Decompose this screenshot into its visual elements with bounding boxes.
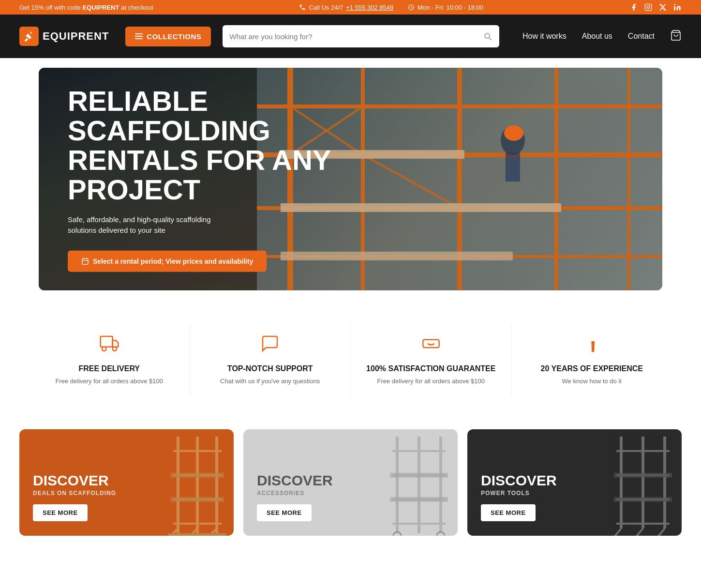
support-icon (200, 334, 341, 358)
card-power-tools: DISCOVER POWER TOOLS SEE MORE (467, 429, 682, 536)
nav-contact[interactable]: Contact (628, 32, 655, 41)
hammer-icon (24, 31, 34, 42)
feature-delivery: FREE DELIVERY Free delivery for all orde… (29, 324, 190, 395)
top-bar: Get 15% off with code EQUIPRENT at check… (0, 0, 701, 15)
scaffold-svg-2 (388, 432, 450, 536)
card-scaffold-image-2 (388, 432, 450, 533)
feature-support-title: TOP-NOTCH SUPPORT (200, 364, 341, 373)
features-section: FREE DELIVERY Free delivery for all orde… (0, 300, 701, 420)
card-3-cta[interactable]: SEE MORE (481, 504, 536, 521)
svg-rect-0 (645, 4, 651, 10)
phone-info: Call Us 24/7 +1 555 302 8549 (299, 4, 393, 11)
feature-guarantee-desc: Free delivery for all orders above $100 (360, 377, 502, 386)
linkedin-icon[interactable] (673, 3, 682, 12)
svg-point-30 (102, 347, 106, 351)
promo-text: Get 15% off with code EQUIPRENT at check… (19, 4, 153, 11)
search-input[interactable] (229, 32, 483, 41)
logo[interactable]: EQUIPRENT (19, 27, 109, 46)
card-2-cta[interactable]: SEE MORE (257, 504, 312, 521)
svg-rect-40 (171, 473, 224, 478)
feature-experience-title: 20 YEARS OF EXPERIENCE (522, 364, 663, 373)
feature-guarantee: 100% SATISFACTION GUARANTEE Free deliver… (351, 324, 512, 395)
menu-icon (135, 33, 143, 39)
clock-icon (408, 4, 415, 11)
hero-section: RELIABLE SCAFFOLDING RENTALS FOR ANY PRO… (39, 68, 662, 290)
cart-button[interactable] (670, 30, 682, 43)
card-1-cta[interactable]: SEE MORE (33, 504, 88, 521)
hero-wrapper: RELIABLE SCAFFOLDING RENTALS FOR ANY PRO… (0, 58, 701, 300)
card-scaffolding: DISCOVER DEALS ON SCAFFOLDING SEE MORE (19, 429, 234, 536)
phone-link[interactable]: +1 555 302 8549 (346, 4, 393, 11)
hero-subtitle: Safe, affordable, and high-quality scaff… (68, 214, 213, 236)
hours-info: Mon - Fri: 10:00 - 18:00 (408, 4, 483, 11)
svg-rect-25 (82, 258, 88, 264)
nav-how-it-works[interactable]: How it works (522, 32, 567, 41)
svg-rect-65 (614, 497, 672, 502)
svg-point-3 (674, 4, 675, 5)
card-scaffold-image-1 (168, 432, 226, 533)
svg-point-2 (650, 5, 650, 6)
nav-about-us[interactable]: About us (582, 32, 612, 41)
svg-rect-29 (100, 336, 112, 347)
cards-section: DISCOVER DEALS ON SCAFFOLDING SEE MORE D… (0, 420, 701, 555)
svg-point-55 (393, 532, 401, 536)
social-links (629, 3, 682, 12)
svg-text:!: ! (589, 336, 597, 353)
feature-experience: ! 20 YEARS OF EXPERIENCE We know how to … (512, 324, 672, 395)
instagram-icon[interactable] (644, 3, 653, 12)
feature-delivery-title: FREE DELIVERY (39, 364, 180, 373)
svg-rect-64 (614, 473, 672, 478)
card-accessories: DISCOVER ACCESSORIES SEE MORE (243, 429, 458, 536)
x-twitter-icon[interactable] (658, 3, 667, 12)
scaffold-svg-1 (168, 432, 226, 536)
search-icon (483, 31, 492, 41)
svg-line-67 (636, 528, 643, 536)
collections-button[interactable]: COLLECTIONS (125, 27, 211, 46)
guarantee-icon (360, 334, 502, 358)
svg-rect-45 (168, 533, 226, 536)
svg-rect-41 (171, 497, 224, 502)
contact-info: Call Us 24/7 +1 555 302 8549 Mon - Fri: … (299, 4, 483, 11)
svg-point-56 (437, 532, 445, 536)
experience-icon: ! (522, 334, 663, 358)
main-nav: How it works About us Contact (522, 32, 655, 41)
svg-rect-4 (25, 38, 29, 42)
card-scaffold-image-3 (612, 432, 674, 533)
hero-cta-button[interactable]: Select a rental period; View prices and … (68, 250, 267, 271)
svg-point-31 (112, 347, 116, 351)
logo-icon (19, 27, 39, 46)
feature-experience-desc: We know how to do it (522, 377, 663, 386)
hero-title: RELIABLE SCAFFOLDING RENTALS FOR ANY PRO… (68, 87, 358, 205)
svg-point-1 (647, 6, 649, 8)
facebook-icon[interactable] (629, 3, 638, 12)
logo-text: EQUIPRENT (43, 30, 109, 43)
svg-rect-23 (506, 152, 520, 181)
phone-icon (299, 4, 306, 11)
svg-rect-54 (390, 497, 448, 502)
promo-code: EQUIPRENT (83, 4, 119, 11)
feature-guarantee-title: 100% SATISFACTION GUARANTEE (360, 364, 502, 373)
feature-support-desc: Chat with us if you've any questions (200, 377, 341, 386)
feature-delivery-desc: Free delivery for all orders above $100 (39, 377, 180, 386)
feature-support: TOP-NOTCH SUPPORT Chat with us if you've… (190, 324, 351, 395)
svg-point-24 (504, 125, 523, 141)
calendar-icon (81, 257, 89, 265)
header: EQUIPRENT COLLECTIONS How it works About… (0, 15, 701, 58)
svg-rect-53 (390, 473, 448, 478)
svg-line-68 (657, 528, 665, 536)
delivery-icon (39, 334, 180, 358)
hero-content: RELIABLE SCAFFOLDING RENTALS FOR ANY PRO… (68, 87, 358, 272)
scaffold-svg-3 (612, 432, 674, 536)
cart-icon (670, 30, 682, 41)
search-bar (223, 25, 499, 47)
svg-line-66 (614, 528, 621, 536)
